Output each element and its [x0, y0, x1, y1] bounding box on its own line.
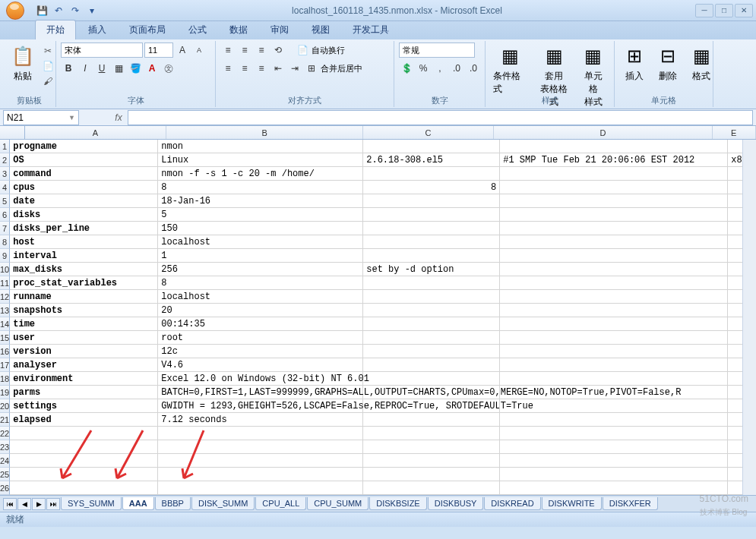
cell-C11[interactable] [363, 276, 500, 290]
align-left-icon[interactable]: ≡ [220, 61, 236, 76]
sheet-nav-last[interactable]: ⏭ [46, 498, 60, 510]
row-header-2[interactable]: 2 [0, 153, 10, 167]
sheet-tab-DISKBUSY[interactable]: DISKBUSY [428, 497, 484, 510]
cell-D5[interactable] [500, 194, 728, 208]
row-header-1[interactable]: 1 [0, 140, 10, 153]
row-header-6[interactable]: 6 [0, 208, 10, 222]
cell-A26[interactable] [10, 481, 158, 495]
column-header-C[interactable]: C [363, 126, 494, 139]
ribbon-tab-6[interactable]: 视图 [301, 20, 340, 39]
row-header-24[interactable]: 24 [0, 454, 10, 468]
row-header-16[interactable]: 16 [0, 345, 10, 358]
cell-C25[interactable] [363, 468, 500, 481]
cell-B22[interactable] [158, 427, 363, 440]
cell-D2[interactable]: #1 SMP Tue Feb 21 20:06:06 EST 2012 [500, 153, 728, 167]
row-header-26[interactable]: 26 [0, 481, 10, 495]
cell-A5[interactable]: date [10, 194, 158, 208]
align-bottom-icon[interactable]: ≡ [254, 43, 269, 58]
font-size-select[interactable] [144, 43, 173, 58]
insert-cells-button[interactable]: ⊞插入 [619, 43, 650, 84]
cell-C14[interactable] [363, 317, 500, 331]
cell-D19[interactable] [500, 386, 728, 399]
row-header-21[interactable]: 21 [0, 413, 10, 427]
formula-input[interactable] [128, 110, 753, 125]
cell-C16[interactable] [363, 345, 500, 358]
cell-D11[interactable] [500, 276, 728, 290]
cell-D7[interactable] [500, 222, 728, 235]
cell-B2[interactable]: Linux [158, 153, 363, 167]
sheet-nav-prev[interactable]: ◀ [17, 498, 31, 510]
cell-B16[interactable]: 12c [158, 345, 363, 358]
cell-A12[interactable]: runname [10, 290, 158, 304]
cell-B17[interactable]: V4.6 [158, 358, 363, 372]
column-header-E[interactable]: E [713, 126, 756, 139]
cell-B11[interactable]: 8 [158, 276, 363, 290]
cut-icon[interactable]: ✂ [41, 44, 55, 58]
cell-C23[interactable] [363, 440, 500, 454]
cell-C24[interactable] [363, 454, 500, 468]
cell-D4[interactable] [500, 181, 728, 194]
cell-A10[interactable]: max_disks [10, 263, 158, 276]
undo-icon[interactable]: ↶ [52, 4, 65, 17]
cell-A4[interactable]: cpus [10, 181, 158, 194]
sheet-nav-first[interactable]: ⏮ [3, 498, 17, 510]
cell-A19[interactable]: parms [10, 386, 158, 399]
cell-C22[interactable] [363, 427, 500, 440]
cell-A1[interactable]: progname [10, 140, 158, 153]
cell-D25[interactable] [500, 468, 728, 481]
fx-button[interactable]: fx [109, 110, 128, 125]
cell-A14[interactable]: time [10, 317, 158, 331]
cell-D3[interactable] [500, 167, 728, 181]
cell-B8[interactable]: localhost [158, 235, 363, 249]
decrease-indent-icon[interactable]: ⇤ [270, 61, 286, 76]
cell-D12[interactable] [500, 290, 728, 304]
cell-C26[interactable] [363, 481, 500, 495]
sheet-tab-DISKXFER[interactable]: DISKXFER [603, 497, 658, 510]
cell-B4[interactable]: 8 [158, 181, 363, 194]
align-right-icon[interactable]: ≡ [254, 61, 269, 76]
sheet-tab-CPU_SUMM[interactable]: CPU_SUMM [307, 497, 369, 510]
row-header-23[interactable]: 23 [0, 440, 10, 454]
cell-B7[interactable]: 150 [158, 222, 363, 235]
cell-A20[interactable]: settings [10, 399, 158, 413]
currency-icon[interactable]: 💲 [399, 61, 414, 76]
cell-D14[interactable] [500, 317, 728, 331]
font-name-select[interactable] [61, 43, 143, 58]
paste-button[interactable]: 📋 粘贴 [8, 43, 38, 84]
row-header-25[interactable]: 25 [0, 468, 10, 481]
row-header-5[interactable]: 5 [0, 194, 10, 208]
sheet-nav-next[interactable]: ▶ [32, 498, 46, 510]
cell-D1[interactable] [500, 140, 728, 153]
ribbon-tab-4[interactable]: 数据 [219, 20, 258, 39]
cell-D23[interactable] [500, 440, 728, 454]
format-painter-icon[interactable]: 🖌 [41, 74, 55, 88]
redo-icon[interactable]: ↷ [68, 4, 82, 17]
cell-B5[interactable]: 18-Jan-16 [158, 194, 363, 208]
ribbon-tab-1[interactable]: 插入 [77, 20, 117, 39]
cell-D6[interactable] [500, 208, 728, 222]
cell-D15[interactable] [500, 331, 728, 345]
sheet-tab-DISK_SUMM[interactable]: DISK_SUMM [191, 497, 255, 510]
cell-C19[interactable] [363, 386, 500, 399]
row-header-4[interactable]: 4 [0, 181, 10, 194]
cell-B19[interactable]: BATCH=0,FIRST=1,LAST=999999,GRAPHS=ALL,O… [158, 386, 363, 399]
wrap-text-icon[interactable]: 📄 [295, 43, 310, 58]
cell-C4[interactable]: 8 [363, 181, 500, 194]
phonetic-button[interactable]: ㉆ [161, 61, 176, 76]
close-button[interactable]: ✕ [735, 4, 753, 17]
row-header-19[interactable]: 19 [0, 386, 10, 399]
decrease-decimal-icon[interactable]: .0 [466, 61, 481, 76]
cell-B23[interactable] [158, 440, 363, 454]
sheet-tab-SYS_SUMM[interactable]: SYS_SUMM [61, 497, 122, 510]
maximize-button[interactable]: □ [715, 4, 733, 17]
cell-C5[interactable] [363, 194, 500, 208]
sheet-tab-DISKBSIZE[interactable]: DISKBSIZE [369, 497, 426, 510]
cell-A21[interactable]: elapsed [10, 413, 158, 427]
qat-dropdown-icon[interactable]: ▾ [85, 4, 99, 17]
fill-color-button[interactable]: 🪣 [128, 61, 143, 76]
cell-A8[interactable]: host [10, 235, 158, 249]
row-header-8[interactable]: 8 [0, 235, 10, 249]
office-button[interactable] [0, 0, 30, 21]
column-header-A[interactable]: A [25, 126, 167, 139]
cell-A9[interactable]: interval [10, 249, 158, 263]
